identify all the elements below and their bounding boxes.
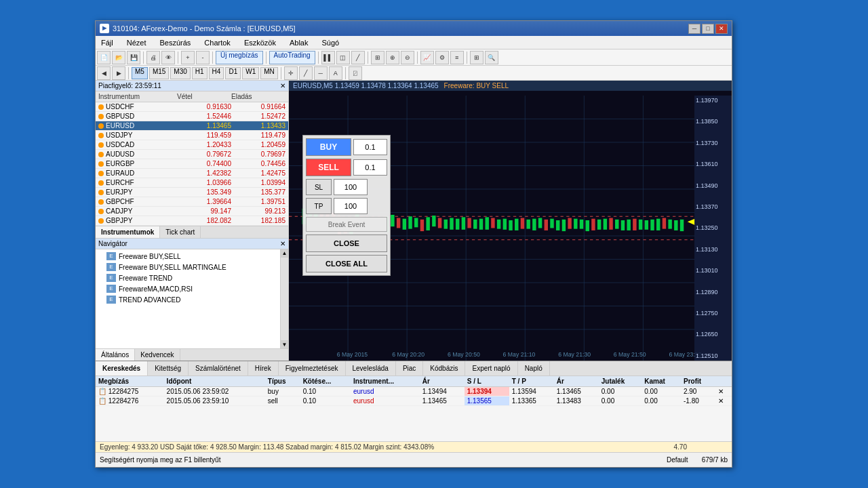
options-button[interactable]: ≡ <box>450 51 464 64</box>
menu-charts[interactable]: Chartok <box>201 37 233 48</box>
tab-market[interactable]: Piac <box>396 361 423 375</box>
nav-item-3[interactable]: E FreewareMA,MACD,RSI <box>96 283 288 294</box>
sell-euraud: 1.42475 <box>231 169 285 177</box>
close-all-button[interactable]: CLOSE ALL <box>306 255 387 272</box>
tf-m5[interactable]: M5 <box>132 67 148 79</box>
tf-h1[interactable]: H1 <box>192 67 208 79</box>
tf-m30[interactable]: M30 <box>170 67 190 79</box>
auto-trading-button[interactable]: AutoTrading <box>269 51 315 64</box>
sell-size-input[interactable] <box>353 159 387 176</box>
instrument-row-gbpchf[interactable]: GBPCHF 1.39664 1.39751 <box>96 197 288 207</box>
tf-w1[interactable]: W1 <box>242 67 259 79</box>
new-chart-button[interactable]: 📄 <box>97 51 111 64</box>
order-time-1: 2015.05.06 23:59:02 <box>164 387 265 396</box>
order-close-2[interactable]: ✕ <box>715 396 732 406</box>
instrument-row-eurgbp[interactable]: EURGBP 0.74400 0.74456 <box>96 159 288 169</box>
search-button[interactable]: 🔍 <box>485 51 498 64</box>
order-close-1[interactable]: ✕ <box>715 387 732 396</box>
buy-button[interactable]: BUY <box>306 138 351 156</box>
menu-insert[interactable]: Beszúrás <box>157 37 193 48</box>
nav-item-4[interactable]: E TREND ADVANCED <box>96 294 288 305</box>
nav-item-2[interactable]: E Freeware TREND <box>96 272 288 283</box>
order-size-2: 0.10 <box>300 396 351 406</box>
print-button[interactable]: 🖨 <box>146 51 160 64</box>
order-row-1[interactable]: 📋 12284275 2015.05.06 23:59:02 buy 0.10 … <box>96 387 732 396</box>
crosshair-button[interactable]: ✛ <box>284 66 298 80</box>
tf-m15[interactable]: M15 <box>149 67 169 79</box>
indicator-button[interactable]: 📈 <box>420 51 434 64</box>
instrument-row-usdcad[interactable]: USDCAD 1.20433 1.20459 <box>96 140 288 150</box>
instrument-row-usdjpy[interactable]: USDJPY 119.459 119.479 <box>96 131 288 140</box>
nav-item-1[interactable]: E Freeware BUY,SELL MARTINGALE <box>96 262 288 272</box>
tab-instruments[interactable]: Instrumentumok <box>96 226 160 238</box>
arrow-left-button[interactable]: ◀ <box>97 66 111 80</box>
zoom-fit-button[interactable]: ⊞ <box>371 51 384 64</box>
minimize-button[interactable]: ─ <box>688 24 701 34</box>
break-event-button[interactable]: Break Event <box>306 217 387 232</box>
menu-help[interactable]: Súgó <box>319 37 342 48</box>
close-button[interactable]: CLOSE <box>306 235 387 252</box>
sell-button[interactable]: SELL <box>306 159 351 176</box>
tab-alerts[interactable]: Figyelmeztetések <box>279 361 346 375</box>
candle-button[interactable]: ◫ <box>336 51 350 64</box>
nav-tab-general[interactable]: Általános <box>96 349 135 361</box>
expert-icon-2: E <box>106 274 116 282</box>
zoom-in2-button[interactable]: ⊕ <box>386 51 399 64</box>
zoom-in-button[interactable]: + <box>181 51 195 64</box>
tab-expert-log[interactable]: Expert napló <box>465 361 517 375</box>
instrument-row-audusd[interactable]: AUDUSD 0.79672 0.79697 <box>96 150 288 159</box>
fib-button[interactable]: ⍁ <box>349 66 362 80</box>
bar-chart-button[interactable]: ▌▌ <box>321 51 335 64</box>
tf-d1[interactable]: D1 <box>225 67 241 79</box>
settings-button[interactable]: ⚙ <box>435 51 449 64</box>
arrow-right-button[interactable]: ▶ <box>112 66 125 80</box>
new-order-button[interactable]: Új megbízás <box>216 51 263 64</box>
watchlist-close-button[interactable]: ✕ <box>280 82 285 89</box>
text-button[interactable]: A <box>329 66 342 80</box>
instrument-row-gbpusd[interactable]: GBPUSD 1.52446 1.52472 <box>96 112 288 121</box>
tab-tick-chart[interactable]: Tick chart <box>160 226 201 238</box>
print-prev-button[interactable]: 👁 <box>161 51 175 64</box>
menu-tools[interactable]: Eszközök <box>241 37 279 48</box>
open-button[interactable]: 📂 <box>112 51 125 64</box>
close-button[interactable]: ✕ <box>715 24 728 34</box>
tab-account-history[interactable]: Számlalörténet <box>189 361 248 375</box>
tab-codebase[interactable]: Kódbázis <box>423 361 465 375</box>
instrument-row-usdchf[interactable]: USDCHF 0.91630 0.91664 <box>96 102 288 112</box>
zoom-out2-button[interactable]: ⊖ <box>401 51 414 64</box>
tab-trading[interactable]: Kereskedés <box>96 361 148 375</box>
buy-size-input[interactable] <box>353 139 387 155</box>
svg-rect-64 <box>538 218 542 228</box>
hline-button[interactable]: ─ <box>314 66 328 80</box>
line-tool-button[interactable]: ╱ <box>299 66 313 80</box>
order-row-2[interactable]: 📋 12284276 2015.05.06 23:59:10 sell 0.10… <box>96 396 732 406</box>
nav-item-0[interactable]: E Freeware BUY,SELL <box>96 251 288 262</box>
restore-button[interactable]: □ <box>702 24 714 34</box>
menu-window[interactable]: Ablak <box>287 37 311 48</box>
tab-exposure[interactable]: Kitettség <box>148 361 189 375</box>
instrument-row-gbpjpy[interactable]: GBPJPY 182.082 182.185 <box>96 216 288 226</box>
instrument-row-eurjpy[interactable]: EURJPY 135.349 135.377 <box>96 188 288 197</box>
menu-file[interactable]: Fájl <box>98 37 116 48</box>
instrument-row-eurchf[interactable]: EURCHF 1.03966 1.03994 <box>96 178 288 188</box>
tab-journal[interactable]: Napló <box>518 361 550 375</box>
tf-h4[interactable]: H4 <box>209 67 224 79</box>
sl-input[interactable] <box>334 179 368 195</box>
instrument-row-eurusd[interactable]: EURUSD 1.13465 1.13433 <box>96 121 288 131</box>
terminal-button[interactable]: ⊞ <box>470 51 484 64</box>
tp-input[interactable] <box>334 198 368 214</box>
nav-tab-favorites[interactable]: Kedvencek <box>135 349 180 361</box>
save-button[interactable]: 💾 <box>127 51 140 64</box>
tab-mailbox[interactable]: Levelesláda <box>346 361 396 375</box>
instrument-row-euraud[interactable]: EURAUD 1.42382 1.42475 <box>96 169 288 178</box>
line-button[interactable]: ╱ <box>351 51 365 64</box>
zoom-out-button[interactable]: - <box>196 51 210 64</box>
instrument-row-cadjpy[interactable]: CADJPY 99.147 99.213 <box>96 207 288 216</box>
nav-scroll-down[interactable]: ▼ <box>281 340 288 348</box>
tab-news[interactable]: Hírek <box>248 361 279 375</box>
buy-euraud: 1.42382 <box>177 169 231 177</box>
menu-view[interactable]: Nézet <box>124 37 149 48</box>
navigator-close[interactable]: ✕ <box>280 240 285 247</box>
nav-scroll-up[interactable]: ▲ <box>281 249 288 258</box>
tf-mn[interactable]: MN <box>260 67 278 79</box>
